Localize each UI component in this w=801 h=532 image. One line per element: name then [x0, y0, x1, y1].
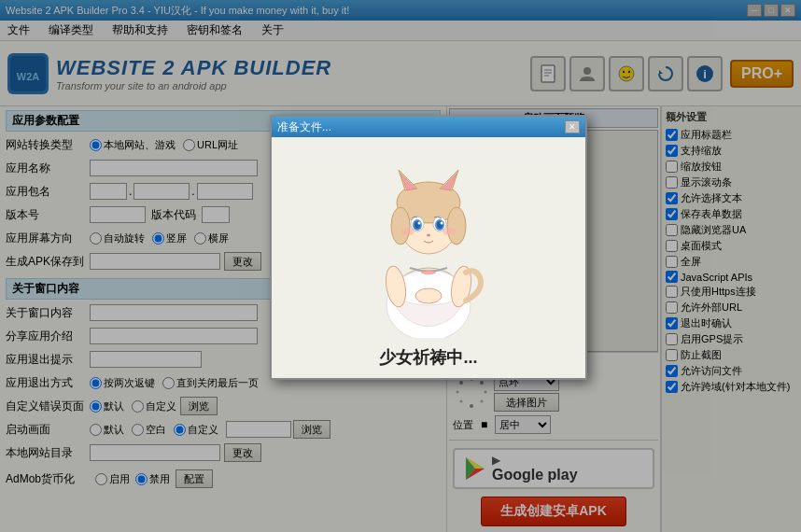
modal-title-bar: 准备文件... ✕: [272, 117, 585, 137]
svg-point-44: [443, 228, 456, 235]
svg-point-45: [427, 234, 430, 237]
modal-dialog: 准备文件... ✕: [270, 115, 587, 380]
svg-point-29: [391, 207, 410, 245]
modal-caption: 少女祈祷中...: [379, 346, 477, 369]
svg-point-41: [418, 222, 421, 225]
svg-point-43: [401, 228, 415, 235]
svg-point-42: [441, 222, 443, 225]
svg-point-48: [415, 288, 442, 303]
modal-overlay: 准备文件... ✕: [0, 0, 801, 532]
modal-close-button[interactable]: ✕: [565, 120, 580, 133]
character-image-area: [335, 147, 522, 343]
modal-title: 准备文件...: [277, 119, 331, 135]
modal-content: 少女祈祷中...: [272, 137, 585, 378]
svg-point-30: [447, 207, 466, 245]
